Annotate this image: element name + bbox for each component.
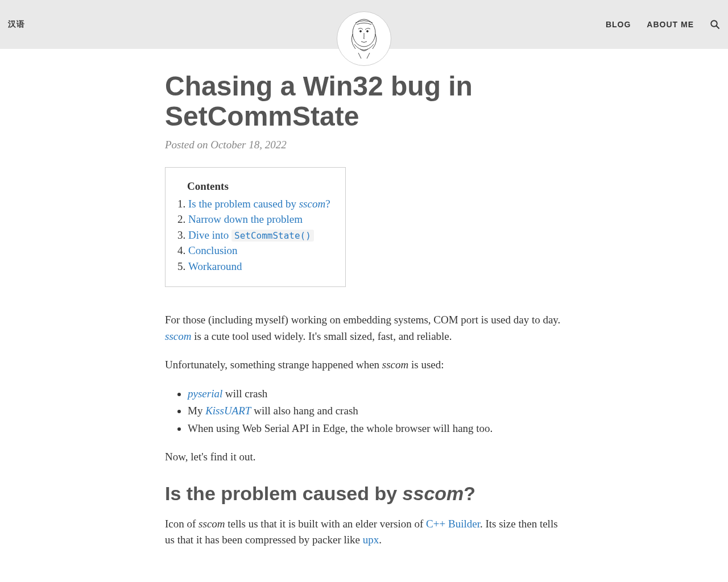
toc-title: Contents <box>187 180 330 193</box>
nav-about[interactable]: ABOUT ME <box>647 20 694 29</box>
toc-link-4[interactable]: Conclusion <box>188 244 238 256</box>
toc-item: Is the problem caused by sscom? <box>188 196 330 212</box>
sscom-link[interactable]: sscom <box>165 330 191 342</box>
toc-item: Conclusion <box>188 243 330 259</box>
section-heading: Is the problem caused by sscom? <box>165 483 563 505</box>
upx-link[interactable]: upx <box>363 534 379 546</box>
list-item: My KissUART will also hang and crash <box>188 403 563 419</box>
list-item: When using Web Serial API in Edge, the w… <box>188 421 563 437</box>
kissuart-link[interactable]: KissUART <box>205 405 251 417</box>
toc-item: Narrow down the problem <box>188 211 330 227</box>
page-title: Chasing a Win32 bug in SetCommState <box>165 72 563 132</box>
toc-link-3[interactable]: Dive into SetCommState() <box>188 229 314 241</box>
nav-right: BLOG ABOUT ME <box>606 19 720 30</box>
toc-item: Dive into SetCommState() <box>188 227 330 243</box>
paragraph: For those (including myself) working on … <box>165 312 563 344</box>
language-link[interactable]: 汉语 <box>8 19 25 30</box>
svg-line-4 <box>716 26 719 28</box>
site-header: 汉语 BLOG ABOUT ME <box>0 0 728 49</box>
paragraph: Icon of sscom tells us that it is built … <box>165 516 563 548</box>
table-of-contents: Contents Is the problem caused by sscom?… <box>165 167 346 288</box>
toc-link-1[interactable]: Is the problem caused by sscom? <box>188 198 330 210</box>
issue-list: pyserial will crash My KissUART will als… <box>165 386 563 437</box>
svg-point-3 <box>711 20 717 27</box>
toc-link-2[interactable]: Narrow down the problem <box>188 213 303 225</box>
main-content: Chasing a Win32 bug in SetCommState Post… <box>165 49 563 582</box>
paragraph: Unfortunately, something strange happene… <box>165 357 563 373</box>
paragraph: Now, let's find it out. <box>165 449 563 465</box>
pyserial-link[interactable]: pyserial <box>188 388 222 400</box>
list-item: pyserial will crash <box>188 386 563 402</box>
post-meta: Posted on October 18, 2022 <box>165 139 563 151</box>
toc-item: Workaround <box>188 259 330 275</box>
svg-point-1 <box>360 31 362 32</box>
cpp-builder-link[interactable]: C++ Builder <box>426 518 480 530</box>
article-body: For those (including myself) working on … <box>165 312 563 548</box>
avatar[interactable] <box>337 11 391 66</box>
avatar-sketch-icon <box>344 16 384 61</box>
svg-point-2 <box>367 31 369 32</box>
search-icon[interactable] <box>710 19 720 30</box>
toc-link-5[interactable]: Workaround <box>188 260 242 272</box>
nav-blog[interactable]: BLOG <box>606 20 631 29</box>
